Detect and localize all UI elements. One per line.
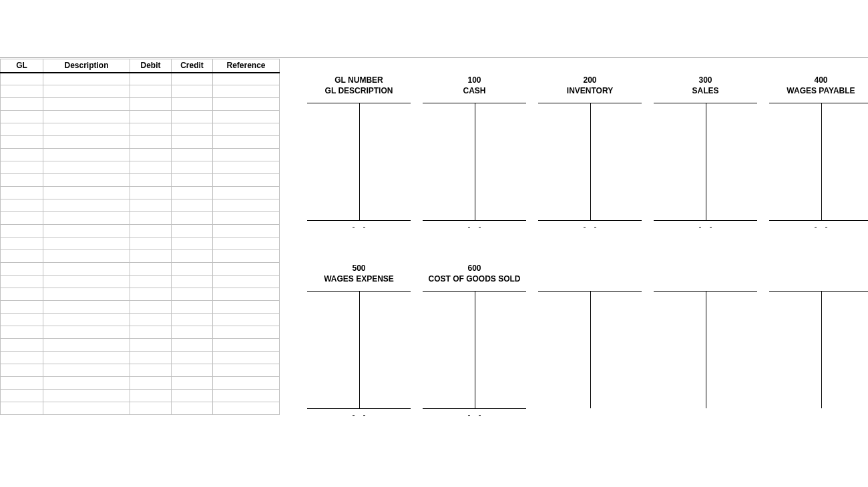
journal-row[interactable] <box>1 98 280 111</box>
journal-cell[interactable] <box>130 111 172 123</box>
journal-cell[interactable] <box>213 85 280 98</box>
journal-cell[interactable] <box>213 402 280 415</box>
journal-cell[interactable] <box>172 111 213 123</box>
journal-cell[interactable] <box>43 73 130 85</box>
journal-cell[interactable] <box>43 123 130 136</box>
journal-cell[interactable] <box>130 314 172 326</box>
journal-cell[interactable] <box>213 276 280 288</box>
journal-cell[interactable] <box>172 73 213 85</box>
journal-cell[interactable] <box>43 276 130 288</box>
journal-cell[interactable] <box>1 111 43 123</box>
journal-cell[interactable] <box>172 123 213 136</box>
journal-cell[interactable] <box>172 237 213 250</box>
journal-cell[interactable] <box>1 250 43 263</box>
journal-cell[interactable] <box>43 149 130 161</box>
journal-row[interactable] <box>1 187 280 199</box>
journal-row[interactable] <box>1 174 280 187</box>
journal-cell[interactable] <box>172 250 213 263</box>
t-account-body[interactable] <box>307 103 411 220</box>
t-account-body[interactable] <box>769 291 868 408</box>
journal-row[interactable] <box>1 377 280 390</box>
journal-cell[interactable] <box>1 377 43 390</box>
journal-cell[interactable] <box>43 314 130 326</box>
journal-row[interactable] <box>1 237 280 250</box>
journal-cell[interactable] <box>43 199 130 212</box>
journal-cell[interactable] <box>172 149 213 161</box>
journal-cell[interactable] <box>130 161 172 174</box>
journal-row[interactable] <box>1 288 280 301</box>
journal-cell[interactable] <box>130 136 172 149</box>
journal-cell[interactable] <box>172 187 213 199</box>
journal-cell[interactable] <box>130 199 172 212</box>
journal-cell[interactable] <box>43 212 130 225</box>
t-account-body[interactable] <box>654 291 757 408</box>
t-account-body[interactable] <box>423 291 526 408</box>
journal-cell[interactable] <box>172 390 213 402</box>
journal-cell[interactable] <box>213 390 280 402</box>
journal-row[interactable] <box>1 161 280 174</box>
t-account-body[interactable] <box>307 291 411 408</box>
journal-cell[interactable] <box>130 250 172 263</box>
t-account-body[interactable] <box>769 103 868 220</box>
journal-cell[interactable] <box>1 364 43 377</box>
journal-cell[interactable] <box>130 402 172 415</box>
journal-cell[interactable] <box>130 187 172 199</box>
t-account-body[interactable] <box>654 103 757 220</box>
journal-cell[interactable] <box>130 149 172 161</box>
journal-cell[interactable] <box>1 276 43 288</box>
journal-cell[interactable] <box>130 225 172 237</box>
journal-cell[interactable] <box>213 314 280 326</box>
journal-cell[interactable] <box>1 301 43 314</box>
journal-cell[interactable] <box>130 73 172 85</box>
journal-cell[interactable] <box>1 288 43 301</box>
journal-cell[interactable] <box>213 352 280 364</box>
journal-cell[interactable] <box>43 390 130 402</box>
journal-row[interactable] <box>1 149 280 161</box>
journal-cell[interactable] <box>172 377 213 390</box>
journal-cell[interactable] <box>130 123 172 136</box>
journal-cell[interactable] <box>43 85 130 98</box>
journal-cell[interactable] <box>43 301 130 314</box>
journal-cell[interactable] <box>213 174 280 187</box>
journal-row[interactable] <box>1 301 280 314</box>
journal-cell[interactable] <box>130 326 172 339</box>
journal-row[interactable] <box>1 326 280 339</box>
journal-cell[interactable] <box>1 161 43 174</box>
journal-row[interactable] <box>1 123 280 136</box>
journal-cell[interactable] <box>130 377 172 390</box>
journal-cell[interactable] <box>172 136 213 149</box>
t-account-body[interactable] <box>423 103 526 220</box>
journal-cell[interactable] <box>172 199 213 212</box>
journal-cell[interactable] <box>1 73 43 85</box>
journal-row[interactable] <box>1 263 280 276</box>
journal-cell[interactable] <box>1 199 43 212</box>
journal-cell[interactable] <box>1 85 43 98</box>
journal-cell[interactable] <box>43 111 130 123</box>
journal-cell[interactable] <box>213 364 280 377</box>
journal-cell[interactable] <box>130 263 172 276</box>
journal-cell[interactable] <box>130 98 172 111</box>
journal-cell[interactable] <box>130 352 172 364</box>
journal-cell[interactable] <box>172 339 213 352</box>
journal-row[interactable] <box>1 111 280 123</box>
journal-cell[interactable] <box>213 149 280 161</box>
journal-cell[interactable] <box>213 212 280 225</box>
journal-cell[interactable] <box>213 301 280 314</box>
journal-cell[interactable] <box>130 237 172 250</box>
journal-cell[interactable] <box>172 98 213 111</box>
journal-cell[interactable] <box>172 85 213 98</box>
journal-row[interactable] <box>1 73 280 85</box>
journal-cell[interactable] <box>1 136 43 149</box>
journal-cell[interactable] <box>172 276 213 288</box>
journal-cell[interactable] <box>172 263 213 276</box>
journal-cell[interactable] <box>1 123 43 136</box>
journal-cell[interactable] <box>213 377 280 390</box>
journal-cell[interactable] <box>213 263 280 276</box>
journal-cell[interactable] <box>43 250 130 263</box>
journal-cell[interactable] <box>43 288 130 301</box>
journal-cell[interactable] <box>172 364 213 377</box>
journal-cell[interactable] <box>43 98 130 111</box>
journal-cell[interactable] <box>172 161 213 174</box>
journal-cell[interactable] <box>213 339 280 352</box>
journal-cell[interactable] <box>130 390 172 402</box>
